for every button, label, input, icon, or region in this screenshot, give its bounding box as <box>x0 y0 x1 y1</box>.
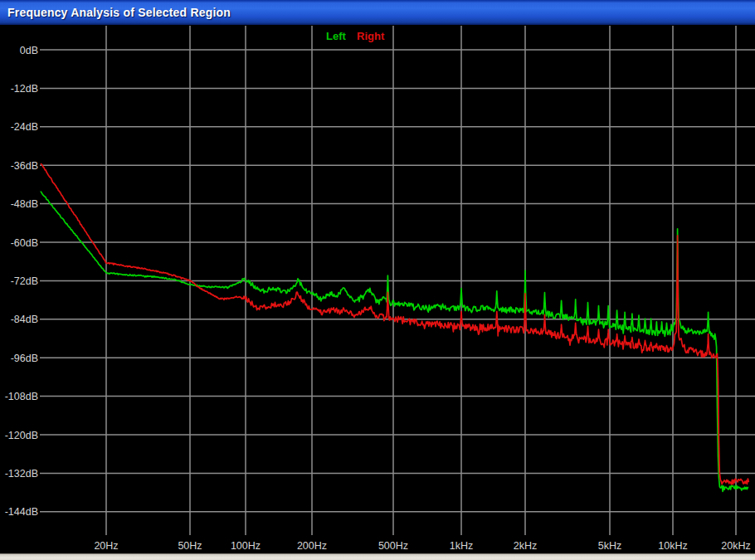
y-axis-tick-label: -60dB <box>11 237 38 249</box>
y-axis-tick-label: -48dB <box>11 198 38 210</box>
y-axis-tick-label: -24dB <box>11 121 38 133</box>
y-axis-tick-label: -144dB <box>5 506 38 518</box>
spectrum-plot: 0dB-12dB-24dB-36dB-48dB-60dB-72dB-84dB-9… <box>0 0 755 553</box>
x-axis-tick-label: 50Hz <box>178 540 202 552</box>
spectrum-chart-svg: 0dB-12dB-24dB-36dB-48dB-60dB-72dB-84dB-9… <box>0 0 755 553</box>
x-axis-tick-label: 20Hz <box>94 540 118 552</box>
x-axis-tick-label: 100Hz <box>231 540 261 552</box>
window-bottom-edge <box>0 553 755 560</box>
y-axis-tick-label: -108dB <box>5 391 38 402</box>
y-axis-tick-label: -36dB <box>11 160 38 172</box>
x-axis-tick-label: 500Hz <box>378 540 408 552</box>
y-axis-tick-label: -84dB <box>11 314 38 325</box>
y-axis-tick-label: -96dB <box>11 353 38 364</box>
frequency-analysis-window: 0dB-12dB-24dB-36dB-48dB-60dB-72dB-84dB-9… <box>0 0 755 560</box>
x-axis-tick-label: 20kHz <box>721 540 750 552</box>
plot-background <box>0 0 755 553</box>
y-axis-tick-label: -12dB <box>11 83 38 95</box>
title-bar[interactable]: Frequency Analysis of Selected Region <box>0 0 755 25</box>
x-axis-tick-label: 200Hz <box>297 540 327 552</box>
y-axis-tick-label: -120dB <box>5 430 38 441</box>
x-axis-tick-label: 1kHz <box>450 540 473 552</box>
x-axis-tick-label: 5kHz <box>598 540 621 552</box>
x-axis-tick-label: 10kHz <box>658 540 687 552</box>
y-axis-tick-label: -72dB <box>11 275 38 287</box>
y-axis-tick-label: -132dB <box>5 468 38 480</box>
x-axis-tick-label: 2kHz <box>514 540 537 552</box>
y-axis-tick-label: 0dB <box>20 45 38 56</box>
window-title: Frequency Analysis of Selected Region <box>7 6 231 19</box>
